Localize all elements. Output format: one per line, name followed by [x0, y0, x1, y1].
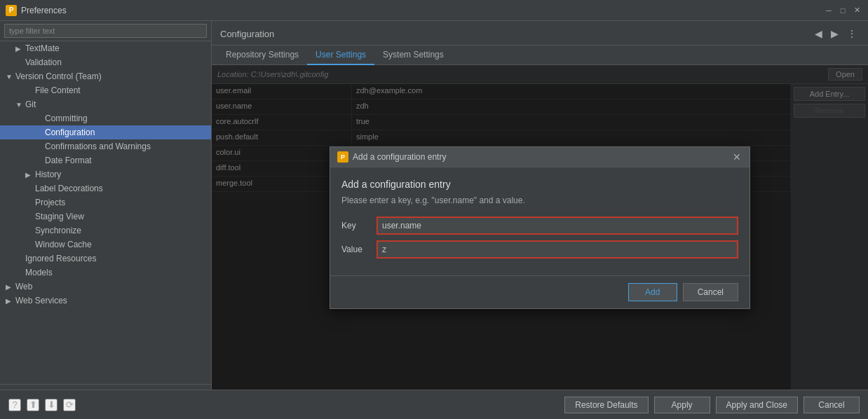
restore-defaults-button[interactable]: Restore Defaults	[564, 397, 648, 413]
arrow-icon: ▼	[6, 73, 14, 81]
sidebar-item-label: Synchronize	[35, 226, 81, 235]
sidebar-item-label: File Content	[35, 85, 81, 95]
nav-forward-button[interactable]: ▶	[828, 27, 841, 41]
nav-back-button[interactable]: ◀	[812, 27, 825, 41]
sidebar-item-textmate[interactable]: ▶TextMate	[0, 41, 211, 55]
sidebar-item-synchronize[interactable]: Synchronize	[0, 224, 211, 238]
arrow-icon: ▶	[6, 283, 14, 291]
search-input[interactable]	[4, 24, 207, 38]
sidebar-item-label: Ignored Resources	[25, 254, 96, 263]
sidebar-item-label: Validation	[25, 57, 62, 67]
window-controls: ─ □ ✕	[823, 5, 862, 16]
modal-overlay: P Add a configuration entry ✕ Add a conf…	[212, 65, 868, 390]
sidebar-item-projects[interactable]: Projects	[0, 195, 211, 210]
app-icon: P	[6, 5, 17, 16]
sidebar-item-web[interactable]: ▶Web	[0, 280, 211, 294]
value-label: Value	[341, 245, 377, 254]
close-button[interactable]: ✕	[851, 5, 862, 16]
sidebar-item-label: History	[35, 170, 61, 179]
sidebar-item-label: Version Control (Team)	[15, 71, 102, 81]
apply-close-button[interactable]: Apply and Close	[716, 397, 798, 413]
key-field: Key	[341, 217, 738, 235]
minimize-button[interactable]: ─	[823, 5, 834, 16]
cancel-button[interactable]: Cancel	[803, 397, 860, 413]
sidebar-item-label: Date Format	[45, 156, 92, 165]
nav-menu-button[interactable]: ⋮	[844, 27, 860, 41]
modal-icon: P	[337, 151, 348, 163]
arrow-icon: ▶	[25, 171, 34, 179]
refresh-icon[interactable]: ⟳	[63, 399, 76, 411]
apply-button[interactable]: Apply	[654, 397, 710, 413]
sidebar-item-label: Git	[25, 99, 36, 109]
modal-title-text: Add a configuration entry	[353, 152, 731, 162]
sidebar-item-label: Projects	[35, 198, 65, 207]
sidebar-item-git[interactable]: ▼Git	[0, 97, 211, 111]
content-header: Configuration ◀ ▶ ⋮	[212, 21, 868, 46]
sidebar-item-label: Models	[25, 268, 53, 277]
modal-cancel-button[interactable]: Cancel	[683, 283, 738, 301]
modal-footer: Add Cancel	[330, 275, 750, 308]
sidebar-item-confirmations[interactable]: Confirmations and Warnings	[0, 139, 211, 153]
content-area: Configuration ◀ ▶ ⋮ Repository SettingsU…	[212, 21, 868, 390]
sidebar-item-version-control[interactable]: ▼Version Control (Team)	[0, 69, 211, 83]
arrow-icon: ▼	[15, 101, 24, 109]
sidebar-item-label: Staging View	[35, 212, 84, 221]
sidebar-item-models[interactable]: Models	[0, 266, 211, 280]
sidebar-item-file-content[interactable]: File Content	[0, 83, 211, 97]
export-icon[interactable]: ⬇	[45, 399, 57, 411]
tab-repository[interactable]: Repository Settings	[217, 46, 307, 65]
sidebar-item-configuration[interactable]: Configuration	[0, 125, 211, 139]
content-title: Configuration	[220, 29, 274, 39]
modal-title-bar: P Add a configuration entry ✕	[330, 147, 750, 167]
sidebar-item-label: Web	[15, 282, 32, 291]
sidebar-item-window-cache[interactable]: Window Cache	[0, 238, 211, 252]
main-container: ▶TextMateValidation▼Version Control (Tea…	[0, 21, 868, 390]
bottom-bar: ? ⬆ ⬇ ⟳ Restore Defaults Apply Apply and…	[0, 390, 868, 419]
value-input[interactable]	[377, 240, 738, 259]
sidebar-item-label: Web Services	[15, 296, 67, 305]
title-bar: P Preferences ─ □ ✕	[0, 0, 868, 21]
sidebar-item-label: Window Cache	[35, 240, 92, 249]
sidebar-item-staging-view[interactable]: Staging View	[0, 210, 211, 224]
bottom-icons: ? ⬆ ⬇ ⟳	[8, 399, 76, 411]
modal-description: Please enter a key, e.g. "user.name" and…	[341, 195, 738, 205]
sidebar: ▶TextMateValidation▼Version Control (Tea…	[0, 21, 212, 390]
sidebar-item-web-services[interactable]: ▶Web Services	[0, 294, 211, 308]
sidebar-item-label: Confirmations and Warnings	[45, 142, 151, 151]
key-input[interactable]	[377, 217, 738, 235]
sidebar-filter-area	[0, 21, 211, 41]
import-icon[interactable]: ⬆	[27, 399, 39, 411]
sidebar-item-validation[interactable]: Validation	[0, 55, 211, 69]
window-title: Preferences	[21, 6, 823, 15]
sidebar-list: ▶TextMateValidation▼Version Control (Tea…	[0, 41, 211, 384]
sidebar-item-label: Committing	[45, 114, 88, 123]
key-label: Key	[341, 221, 377, 231]
add-config-modal: P Add a configuration entry ✕ Add a conf…	[330, 146, 750, 309]
arrow-icon: ▶	[15, 45, 24, 53]
arrow-icon: ▶	[6, 297, 14, 305]
tab-system[interactable]: System Settings	[374, 46, 452, 65]
sidebar-item-label: Label Decorations	[35, 184, 103, 193]
maximize-button[interactable]: □	[837, 5, 848, 16]
add-button[interactable]: Add	[628, 283, 677, 301]
horizontal-scrollbar[interactable]	[0, 384, 211, 390]
tab-user[interactable]: User Settings	[307, 46, 374, 65]
sidebar-item-history[interactable]: ▶History	[0, 167, 211, 181]
sidebar-item-ignored-resources[interactable]: Ignored Resources	[0, 252, 211, 266]
sidebar-item-date-format[interactable]: Date Format	[0, 153, 211, 167]
modal-close-button[interactable]: ✕	[731, 151, 742, 163]
sidebar-item-label-decorations[interactable]: Label Decorations	[0, 181, 211, 195]
help-icon[interactable]: ?	[8, 399, 21, 411]
modal-heading: Add a configuration entry	[341, 179, 738, 190]
header-actions: ◀ ▶ ⋮	[812, 27, 860, 41]
tabs-bar: Repository SettingsUser SettingsSystem S…	[212, 46, 868, 65]
value-field: Value	[341, 240, 738, 259]
modal-body: Add a configuration entry Please enter a…	[330, 167, 750, 275]
sidebar-item-committing[interactable]: Committing	[0, 111, 211, 125]
config-content: Location: C:\Users\zdh\.gitconfig Open u…	[212, 65, 868, 390]
sidebar-item-label: TextMate	[25, 43, 60, 53]
sidebar-item-label: Configuration	[45, 128, 95, 137]
